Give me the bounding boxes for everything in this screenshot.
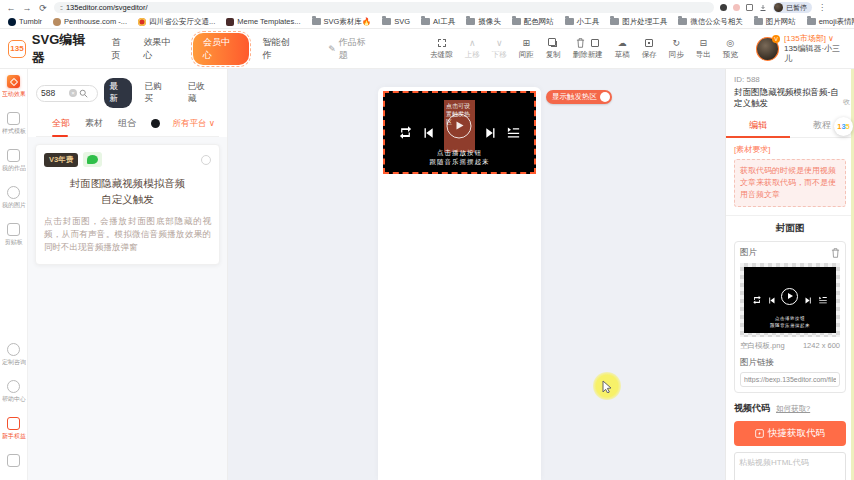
show-hotspot-toggle[interactable]: 显示触发热区 <box>546 90 612 104</box>
rail-item-my-works[interactable]: 我的作品 <box>1 149 27 173</box>
tab-latest[interactable]: 最新 <box>104 78 133 108</box>
site-info-icon[interactable]: :: <box>60 4 62 11</box>
bookmark-folder[interactable]: 小工具 <box>565 17 600 27</box>
extension-icon[interactable] <box>733 4 740 11</box>
rail-item-newbie-benefits[interactable]: 新手权益 <box>1 417 27 441</box>
draft-button[interactable]: ☁草稿 <box>615 38 630 60</box>
delete-image-icon[interactable] <box>831 248 840 258</box>
bookmark-item[interactable]: Meme Templates... <box>226 17 300 26</box>
dark-dot-icon[interactable] <box>151 119 160 128</box>
folder-icon <box>312 18 321 25</box>
rail-item-my-images[interactable]: 我的图片 <box>1 186 27 210</box>
folder-icon <box>807 18 816 25</box>
edit-toolbar: 去缝隙 ∧上移 ∨下移 ⊞间距 复制 删除 <box>430 38 588 60</box>
filter-combo[interactable]: 组合 <box>118 117 136 130</box>
material-title: 封面图隐藏视频模拟音频 自定义触发 <box>44 175 211 208</box>
filter-material[interactable]: 素材 <box>85 117 103 130</box>
bookmark-folder[interactable]: emoji表情网站😄 <box>807 17 854 27</box>
document-icon <box>7 454 20 467</box>
works-icon <box>7 149 20 162</box>
reload-icon[interactable]: ⟳ <box>38 3 48 13</box>
135-logo-badge[interactable]: 135 <box>834 117 853 136</box>
filter-all[interactable]: 全部 <box>52 117 70 130</box>
browser-profile-chip[interactable]: 已暂停 <box>773 2 812 13</box>
bookmark-folder[interactable]: 微信公众号相关 <box>678 17 743 27</box>
user-team-select[interactable]: [135市场部] ∨ <box>784 34 846 44</box>
bookmark-folder[interactable]: AI工具 <box>421 17 455 27</box>
search-box[interactable]: × <box>36 85 98 102</box>
tab-edit[interactable]: 编辑 <box>726 115 790 137</box>
preview-button[interactable]: ◎预览 <box>723 38 738 60</box>
save-button[interactable]: 保存 <box>642 38 657 60</box>
image-link-input[interactable] <box>740 372 840 387</box>
move-up-button[interactable]: ∧上移 <box>465 38 480 60</box>
bookmark-item[interactable]: Penthouse.com -... <box>53 17 127 26</box>
user-account-chip[interactable]: V [135市场部] ∨ 135编辑器·小三儿 <box>756 34 846 64</box>
rail-item-custom-consult[interactable]: 定制咨询 <box>1 343 27 367</box>
rail-item-style-templates[interactable]: 样式模板 <box>1 112 27 136</box>
bookmark-folder[interactable]: 图片网站 <box>754 17 796 27</box>
move-down-button[interactable]: ∨下移 <box>492 38 507 60</box>
vip-badge: V <box>772 35 780 43</box>
tab-favorited[interactable]: 已收藏 <box>182 78 219 108</box>
file-dimensions: 1242 x 600 <box>803 341 840 351</box>
remove-gap-button[interactable]: 去缝隙 <box>430 38 453 60</box>
rail-item-help-center[interactable]: 帮助中心 <box>1 380 27 404</box>
app-logo[interactable]: 135 <box>8 40 26 58</box>
platform-filter-dropdown[interactable]: 所有平台 ∨ <box>172 118 215 130</box>
editor-canvas[interactable]: 点击可设置触发热区 点击播放按钮 跟随音乐摇摆起来 显示触发热区 <box>228 69 725 480</box>
search-input[interactable] <box>41 88 67 98</box>
work-title-field[interactable]: ✎ 作品标题 <box>328 36 374 62</box>
chevron-down-icon: ∨ <box>496 38 503 49</box>
extension-icon[interactable] <box>720 4 727 11</box>
artboard[interactable]: 点击可设置触发热区 点击播放按钮 跟随音乐摇摆起来 <box>378 87 541 480</box>
bookmark-folder[interactable]: 摄像头 <box>466 17 501 27</box>
collapse-panel-icon[interactable]: 收 <box>843 97 850 107</box>
how-to-get-link[interactable]: 如何获取? <box>776 404 810 414</box>
bookmark-item[interactable]: 四川省公安厅交通... <box>138 17 215 27</box>
copy-button[interactable]: 复制 <box>546 38 561 60</box>
cover-thumbnail[interactable]: 点击播放按钮 跟随音乐摇摆起来 <box>740 263 840 337</box>
bookmark-folder[interactable]: SVG素材库🔥 <box>312 17 372 27</box>
address-bar[interactable]: :: 135editor.com/svgeditor/ <box>54 2 714 13</box>
selected-player-element[interactable]: 点击可设置触发热区 点击播放按钮 跟随音乐摇摆起来 <box>383 91 536 174</box>
search-icon[interactable] <box>79 89 88 98</box>
inspector-title: 封面图隐藏视频模拟音频-自定义触发 <box>734 87 846 109</box>
nav-home[interactable]: 首页 <box>112 36 130 62</box>
new-button[interactable]: 新建 <box>588 38 603 60</box>
forward-icon[interactable]: → <box>22 3 32 13</box>
rail-item-feedback[interactable] <box>7 454 20 467</box>
back-icon[interactable]: ← <box>6 3 16 13</box>
nav-ai-create[interactable]: 智能创作 <box>263 36 299 62</box>
thumb-caption: 点击播放按钮 跟随音乐摇摆起来 <box>744 315 836 329</box>
file-name: 空白模板.png <box>740 341 785 351</box>
clear-search-icon[interactable]: × <box>69 89 77 97</box>
browser-menu-icon[interactable]: ⋮ <box>818 3 825 12</box>
bookmark-folder[interactable]: 配色网站 <box>512 17 554 27</box>
delete-button[interactable]: 删除 <box>573 38 588 60</box>
export-button[interactable]: ⊟导出 <box>696 38 711 60</box>
nav-member-button[interactable]: 会员中心 <box>193 33 249 65</box>
nav-effects[interactable]: 效果中心 <box>143 36 179 62</box>
v3-annual-badge: V3年费 <box>44 153 78 167</box>
spacing-button[interactable]: ⊞间距 <box>519 38 534 60</box>
quick-get-code-button[interactable]: 快捷获取代码 <box>734 421 846 446</box>
downloads-icon[interactable] <box>759 4 767 12</box>
sync-button[interactable]: ↻同步 <box>669 38 684 60</box>
rail-item-interactive-effects[interactable]: 互动效果 <box>1 75 27 99</box>
toggle-knob[interactable] <box>600 92 610 102</box>
material-card[interactable]: V3年费 封面图隐藏视频模拟音频 自定义触发 点击封面图，会播放封面图底部隐藏的… <box>35 144 220 265</box>
tab-purchased[interactable]: 已购买 <box>138 78 175 108</box>
bookmark-folder[interactable]: 图片处理工具 <box>610 17 667 27</box>
bookmark-item[interactable]: Tumblr <box>8 17 42 26</box>
extension-icon[interactable] <box>746 4 753 11</box>
hotspot-album-art[interactable]: 点击可设置触发热区 <box>444 100 475 152</box>
rail-item-clipboard[interactable]: 剪贴板 <box>4 223 24 247</box>
select-radio[interactable] <box>201 155 211 165</box>
folder-icon <box>678 18 687 25</box>
folder-icon <box>512 18 521 25</box>
chevron-up-icon: ∧ <box>469 38 476 49</box>
video-code-textarea[interactable] <box>734 452 846 480</box>
bookmark-folder[interactable]: SVG <box>382 17 410 26</box>
flash-icon <box>755 429 764 438</box>
